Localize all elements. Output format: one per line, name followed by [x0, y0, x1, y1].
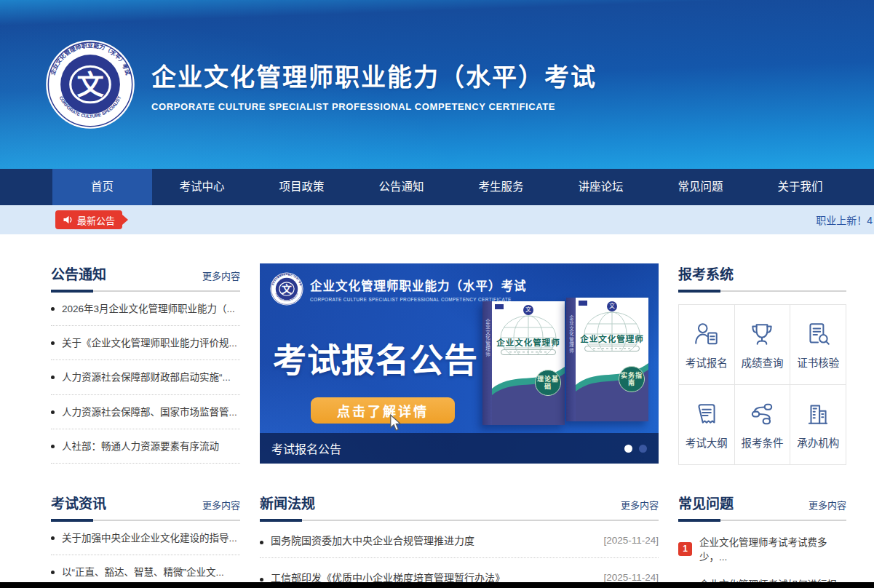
nav-item-home[interactable]: 首页 — [52, 169, 152, 205]
tile-certificate-verify[interactable]: 证书核验 — [790, 305, 846, 385]
notice-list-item[interactable]: 人社部：畅通人力资源要素有序流动 — [51, 429, 240, 464]
nav-item-exam-center[interactable]: 考试中心 — [152, 169, 252, 205]
carousel-dot[interactable] — [639, 445, 647, 453]
tile-organizers[interactable]: 承办机构 — [790, 385, 846, 465]
tile-label: 考试大纲 — [686, 434, 728, 450]
flow-icon — [748, 400, 776, 428]
exam-news-section: 考试资讯 更多内容 关于加强中央企业企业文化建设的指导... 以“正直、豁达、智… — [51, 493, 240, 588]
book-corner-tag — [495, 304, 504, 309]
tile-label: 报考条件 — [741, 434, 783, 450]
mouse-cursor-icon — [388, 414, 404, 432]
main-nav: 首页 考试中心 项目政策 公告通知 考生服务 讲座论坛 常见问题 关于我们 — [0, 169, 874, 205]
exam-news-more-link[interactable]: 更多内容 — [202, 498, 240, 512]
banner-logo-icon: 企业文化管理师职业能力（水平）考试 CORPORATE CULTURE SPEC… — [270, 272, 303, 306]
nav-item-policies[interactable]: 项目政策 — [252, 169, 351, 205]
notice-list-item[interactable]: 人力资源社会保障部、国家市场监督管... — [51, 395, 240, 429]
main-content: 公告通知 更多内容 2026年3月企业文化管理师职业能力（... 关于《企业文化… — [0, 234, 874, 588]
nav-item-candidate-services[interactable]: 考生服务 — [451, 169, 551, 205]
logo-glyph: 文 — [76, 70, 104, 100]
nav-item-faq[interactable]: 常见问题 — [651, 169, 750, 205]
book-spine-text: 企业文化管理师 — [568, 298, 575, 421]
nav-item-about-us[interactable]: 关于我们 — [750, 169, 850, 205]
news-laws-date: [2025-11-24] — [603, 535, 659, 546]
book-badge: 理论基础 — [535, 370, 561, 396]
section-rule — [51, 520, 240, 521]
nav-item-announcements[interactable]: 公告通知 — [351, 169, 451, 205]
scroll-icon — [693, 400, 720, 428]
notice-text: 人力资源社会保障部财政部启动实施“... — [62, 371, 231, 384]
bullet-icon — [51, 341, 55, 345]
notice-list-item[interactable]: 2026年3月企业文化管理师职业能力（... — [51, 292, 240, 326]
faq-number-badge: 1 — [678, 542, 692, 556]
section-rule — [678, 520, 846, 521]
textbook-theory: 企业文化管理师 文 企业文化管理师 — [482, 301, 565, 425]
tile-exam-outline[interactable]: 考试大纲 — [679, 385, 735, 465]
exam-news-title: 考试资讯 — [51, 493, 106, 512]
bottom-black-strip — [0, 582, 874, 588]
book-spine-text: 企业文化管理师 — [484, 301, 491, 425]
tile-label: 证书核验 — [797, 354, 839, 370]
textbook-covers: 企业文化管理师 文 企业文化管理师 — [482, 301, 648, 425]
page: 企业文化管理师职业能力（水平）考试 CORPORATE CULTURE SPEC… — [0, 0, 874, 588]
ticker-marquee-text[interactable]: 职业上新！4 — [816, 212, 873, 227]
speaker-icon — [63, 215, 73, 225]
tile-score-query[interactable]: 成绩查询 — [735, 305, 791, 385]
bullet-icon — [51, 307, 55, 311]
notices-more-link[interactable]: 更多内容 — [202, 269, 240, 282]
banner-headline: 考试报名公告 — [273, 333, 478, 381]
section-rule — [260, 520, 659, 521]
tile-label: 承办机构 — [797, 434, 839, 450]
apply-system-section: 报考系统 考试报名 — [678, 263, 846, 465]
textbook-practice: 企业文化管理师 文 企业文化管理师 — [566, 298, 648, 421]
book-title: 企业文化管理师 — [576, 333, 648, 344]
carousel-banner[interactable]: 企业文化管理师职业能力（水平）考试 CORPORATE CULTURE SPEC… — [260, 263, 659, 464]
news-laws-title: 新闻法规 — [260, 493, 315, 512]
notice-list-item[interactable]: 关于《企业文化管理师职业能力评价规... — [51, 326, 240, 360]
site-title: 企业文化管理师职业能力（水平）考试 — [151, 57, 597, 93]
notice-text: 人力资源社会保障部、国家市场监督管... — [62, 406, 237, 419]
bullet-icon — [51, 376, 55, 379]
news-laws-date: [2025-11-24] — [603, 572, 659, 583]
doc-search-icon — [804, 320, 832, 348]
book-subtitle-pill — [501, 349, 556, 355]
bullet-icon — [51, 410, 55, 414]
notice-text: 2026年3月企业文化管理师职业能力（... — [62, 303, 235, 316]
notice-list-item[interactable]: 人力资源社会保障部财政部启动实施“... — [51, 360, 240, 394]
news-laws-item[interactable]: 国务院国资委加大中央企业合规管理推进力度 [2025-11-24] — [260, 521, 659, 558]
banner-logo-title: 企业文化管理师职业能力（水平）考试 — [310, 277, 527, 294]
bullet-icon — [260, 541, 263, 544]
notice-text: 人社部：畅通人力资源要素有序流动 — [62, 440, 219, 453]
site-subtitle: CORPORATE CULTURE SPECIALIST PROFESSIONA… — [151, 101, 597, 112]
bullet-icon — [51, 445, 55, 448]
book-corner-tag — [579, 301, 587, 306]
hero-banner: 企业文化管理师职业能力（水平）考试 CORPORATE CULTURE SPEC… — [0, 0, 874, 169]
news-laws-more-link[interactable]: 更多内容 — [621, 498, 659, 512]
news-laws-text: 国务院国资委加大中央企业合规管理推进力度 — [271, 533, 596, 547]
latest-announcement-label: 最新公告 — [77, 213, 115, 227]
news-laws-section: 新闻法规 更多内容 国务院国资委加大中央企业合规管理推进力度 [2025-11-… — [260, 493, 659, 588]
nav-item-lecture-forum[interactable]: 讲座论坛 — [551, 169, 651, 205]
section-rule — [51, 290, 240, 292]
tile-exam-registration[interactable]: 考试报名 — [679, 305, 735, 385]
exam-news-text: 关于加强中央企业企业文化建设的指导... — [62, 532, 237, 545]
exam-news-item[interactable]: 关于加强中央企业企业文化建设的指导... — [51, 521, 240, 555]
faq-item[interactable]: 1 企业文化管理师考试考试费多少，... — [678, 534, 846, 563]
building-icon — [804, 400, 832, 428]
site-logo-icon: 企业文化管理师职业能力（水平）考试 CORPORATE CULTURE SPEC… — [45, 39, 135, 130]
tile-apply-conditions[interactable]: 报考条件 — [735, 385, 791, 465]
notices-title: 公告通知 — [51, 263, 106, 283]
banner-detail-button[interactable]: 点击了解详情 — [311, 397, 455, 424]
apply-system-title: 报考系统 — [678, 263, 734, 283]
faq-section: 常见问题 更多内容 1 企业文化管理师考试考试费多少，... 2 企业文化管理师… — [678, 493, 846, 588]
latest-announcement-badge[interactable]: 最新公告 — [55, 210, 122, 229]
faq-text: 企业文化管理师考试考试费多少，... — [699, 534, 846, 563]
book-subtitle-pill — [584, 346, 640, 351]
faq-more-link[interactable]: 更多内容 — [809, 498, 846, 512]
banner-logo-glyph: 文 — [282, 283, 292, 295]
section-rule — [678, 290, 846, 292]
carousel-dot-active[interactable] — [624, 445, 632, 453]
bullet-icon — [260, 578, 263, 581]
exam-news-text: 以“正直、豁达、智慧、精微”企业文... — [62, 566, 224, 579]
book-title: 企业文化管理师 — [492, 336, 565, 348]
carousel-caption: 考试报名公告 — [271, 440, 624, 457]
